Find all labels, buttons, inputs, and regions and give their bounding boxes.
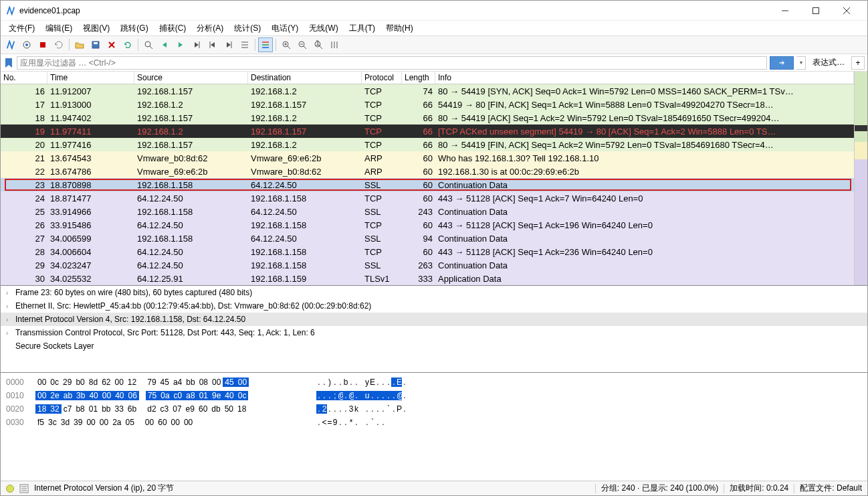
hex-row[interactable]: 0030f53c3d3900002a0500600000.<=9..*. .`.… [6,416,862,429]
status-field-description: Internet Protocol Version 4 (ip), 20 字节 [34,483,174,494]
hex-row[interactable]: 0010002eab3b40004006750ac0a8019e400c...;… [6,389,862,402]
packet-row[interactable]: 1911.977411192.168.1.2192.168.1.157TCP66… [1,125,854,138]
packet-row[interactable]: 2418.87147764.12.24.50192.168.1.158TCP60… [1,191,854,205]
hex-row[interactable]: 0000000c29b08d6200127945a4bb08004500..).… [6,376,862,389]
menu-item[interactable]: 文件(F) [3,21,40,35]
start-capture-icon[interactable] [35,37,50,52]
menu-item[interactable]: 视图(V) [78,21,115,35]
packet-row[interactable]: 1811.947402192.168.1.157192.168.1.2TCP66… [1,111,854,125]
filter-history-dropdown[interactable]: ▾ [796,56,806,70]
menu-item[interactable]: 捕获(C) [154,21,192,35]
add-filter-button[interactable]: + [851,56,865,70]
zoom-reset-icon[interactable]: 1 [311,37,326,52]
menu-bar: 文件(F)编辑(E)视图(V)跳转(G)捕获(C)分析(A)统计(S)电话(Y)… [1,21,867,35]
go-first-icon[interactable] [205,37,220,52]
packet-bytes-pane[interactable]: 0000000c29b08d6200127945a4bb08004500..).… [1,373,867,481]
restart-capture-icon[interactable] [51,37,66,52]
capture-options-icon[interactable] [19,37,34,52]
packet-minimap[interactable] [854,72,867,285]
protocol-tree-item[interactable]: ›Transmission Control Protocol, Src Port… [1,326,867,339]
menu-item[interactable]: 编辑(E) [40,21,78,35]
packet-row[interactable]: 2934.02324764.12.24.50192.168.1.158SSL26… [1,258,854,272]
display-filter-input[interactable] [17,56,767,70]
expert-info-led-icon[interactable] [6,485,14,493]
chevron-right-icon: › [6,316,15,323]
packet-table-header: No. Time Source Destination Protocol Len… [1,72,854,84]
protocol-tree-item[interactable]: Secure Sockets Layer [1,339,867,353]
col-length[interactable]: Length [402,72,435,84]
zoom-in-icon[interactable] [279,37,294,52]
reload-file-icon[interactable] [120,37,135,52]
svg-rect-8 [94,42,98,44]
go-to-packet-icon[interactable] [189,37,204,52]
menu-item[interactable]: 电话(Y) [266,21,304,35]
menu-item[interactable]: 帮助(H) [381,21,419,35]
col-time[interactable]: Time [47,72,134,84]
col-destination[interactable]: Destination [248,72,362,84]
close-button[interactable] [831,1,862,21]
menu-item[interactable]: 跳转(G) [115,21,153,35]
save-file-icon[interactable] [88,37,103,52]
svg-rect-17 [262,44,269,46]
protocol-tree-item[interactable]: ›Frame 23: 60 bytes on wire (480 bits), … [1,286,867,299]
packet-row[interactable]: 3034.02553264.12.25.91192.168.1.159TLSv1… [1,272,854,285]
expression-button[interactable]: 表达式… [808,57,849,68]
hex-row[interactable]: 00201832c7b801bb336bd2c307e960db5018.2..… [6,402,862,416]
packet-row[interactable]: 2011.977416192.168.1.157192.168.1.2TCP66… [1,138,854,151]
filter-apply-button[interactable]: ➔ [770,56,794,70]
go-back-icon[interactable] [157,37,172,52]
capture-file-properties-icon[interactable] [19,484,29,493]
svg-rect-18 [262,47,269,48]
svg-line-22 [288,46,290,49]
col-source[interactable]: Source [134,72,248,84]
maximize-button[interactable] [800,1,831,21]
packet-row[interactable]: 2318.870898192.168.1.15864.12.24.50SSL60… [1,178,854,191]
colorize-icon[interactable] [258,37,273,52]
go-forward-icon[interactable] [173,37,188,52]
packet-row[interactable]: 2734.006599192.168.1.15864.12.24.50SSL94… [1,232,854,245]
title-bar: evidence01.pcap [1,1,867,21]
status-separator [794,484,794,493]
packet-row[interactable]: 1611.912007192.168.1.157192.168.1.2TCP74… [1,84,854,98]
menu-item[interactable]: 统计(S) [229,21,266,35]
resize-columns-icon[interactable] [327,37,342,52]
svg-line-28 [320,46,322,49]
minimize-button[interactable] [770,1,800,21]
menu-item[interactable]: 无线(W) [304,21,343,35]
app-icon [6,6,15,15]
zoom-out-icon[interactable] [295,37,310,52]
find-packet-icon[interactable] [141,37,156,52]
menu-item[interactable]: 工具(T) [344,21,381,35]
chevron-right-icon: › [6,289,15,297]
chevron-right-icon: › [6,303,15,310]
svg-line-12 [150,46,152,49]
chevron-right-icon: › [6,329,15,337]
col-protocol[interactable]: Protocol [362,72,402,84]
menu-item[interactable]: 分析(A) [191,21,229,35]
display-filter-bar: ➔ ▾ 表达式… + [1,54,867,72]
svg-rect-1 [813,7,819,13]
packet-row[interactable]: 2633.91548664.12.24.50192.168.1.158TCP60… [1,218,854,232]
close-file-icon[interactable] [104,37,119,52]
packet-row[interactable]: 2213.674786Vmware_69:e6:2bVmware_b0:8d:6… [1,165,854,178]
open-file-icon[interactable] [72,37,87,52]
packet-row[interactable]: 2834.00660464.12.24.50192.168.1.158TCP60… [1,245,854,258]
arrow-right-icon: ➔ [779,59,784,66]
col-no[interactable]: No. [1,72,47,84]
toolbar-separator [276,39,276,51]
packet-row[interactable]: 2113.674543Vmware_b0:8d:62Vmware_69:e6:2… [1,151,854,165]
status-separator [595,484,596,493]
packet-row[interactable]: 2533.914966192.168.1.15864.12.24.50SSL24… [1,205,854,218]
toolbar-fin-icon[interactable] [3,37,18,52]
auto-scroll-icon[interactable] [237,37,252,52]
col-info[interactable]: Info [435,72,854,84]
protocol-tree-item[interactable]: ›Ethernet II, Src: HewlettP_45:a4:bb (00… [1,299,867,313]
protocol-tree-item[interactable]: ›Internet Protocol Version 4, Src: 192.1… [1,313,867,326]
svg-text:1: 1 [316,40,320,48]
filter-bookmark-icon[interactable] [3,58,14,68]
packet-details-pane[interactable]: ›Frame 23: 60 bytes on wire (480 bits), … [1,286,867,373]
status-profile[interactable]: 配置文件: Default [800,483,862,494]
packet-row[interactable]: 1711.913000192.168.1.2192.168.1.157TCP66… [1,98,854,111]
packet-table[interactable]: No. Time Source Destination Protocol Len… [1,72,854,285]
go-last-icon[interactable] [221,37,236,52]
